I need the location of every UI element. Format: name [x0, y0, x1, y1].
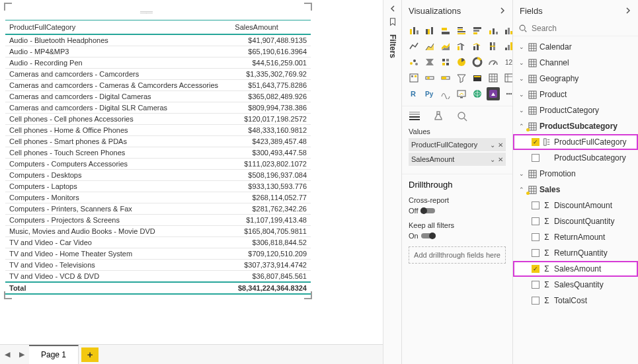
- field-returnamount[interactable]: ΣReturnAmount: [513, 229, 638, 245]
- viz-100-barh-icon[interactable]: [471, 24, 484, 37]
- table-productcategory[interactable]: ⌄ProductCategory: [513, 102, 638, 118]
- checkbox-icon[interactable]: [532, 154, 539, 162]
- table-visual[interactable]: ══ ProductFullCategory SalesAmount Audio…: [5, 4, 311, 298]
- table-row[interactable]: Music, Movies and Audio Books - Movie DV…: [5, 226, 311, 237]
- resize-handle-tr[interactable]: [304, 3, 312, 11]
- field-salesamount[interactable]: ✓ΣSalesAmount: [513, 261, 638, 277]
- table-row[interactable]: Audio - Recording Pen$44,516,259.001: [5, 57, 311, 69]
- table-row[interactable]: TV and Video - Car Video$306,818,844.52: [5, 237, 311, 248]
- resize-handle-bl[interactable]: [4, 291, 12, 299]
- viz-stacked-area-icon[interactable]: [439, 40, 452, 53]
- checkbox-icon[interactable]: [532, 281, 539, 289]
- table-row[interactable]: Audio - Bluetooth Headphones$41,907,488.…: [5, 34, 311, 46]
- table-row[interactable]: Audio - MP4&MP3$65,190,616.3964: [5, 46, 311, 57]
- drillthrough-dropzone[interactable]: Add drillthrough fields here: [409, 246, 506, 264]
- analytics-tab-icon[interactable]: [456, 110, 468, 122]
- viz-multi-card-icon[interactable]: [407, 71, 420, 85]
- viz-q-and-a-icon[interactable]: [455, 87, 468, 100]
- page-tab-1[interactable]: Page 1: [29, 345, 79, 364]
- bookmark-icon[interactable]: [388, 17, 397, 26]
- viz-ribbon-icon[interactable]: [487, 40, 500, 53]
- viz-clustered-column-icon[interactable]: [487, 24, 500, 37]
- collapse-icon[interactable]: ⌃: [518, 123, 525, 129]
- expand-icon[interactable]: ⌄: [518, 107, 525, 114]
- viz-stacked-bar-icon[interactable]: [407, 24, 420, 37]
- viz-py-visual-icon[interactable]: Py: [423, 87, 436, 100]
- collapse-viz-icon[interactable]: [499, 7, 506, 14]
- table-channel[interactable]: ⌄Channel: [513, 55, 638, 71]
- viz-slicer-icon[interactable]: [455, 71, 468, 85]
- checkbox-icon[interactable]: [532, 201, 539, 209]
- viz-table-visual-icon[interactable]: [487, 71, 500, 85]
- table-row[interactable]: Computers - Desktops$508,196,937.084: [5, 170, 311, 181]
- viz-r-visual-icon[interactable]: R: [407, 87, 420, 100]
- viz-stacked-barh-icon[interactable]: [439, 24, 452, 37]
- checkbox-icon[interactable]: [532, 297, 539, 305]
- table-row[interactable]: TV and Video - Home Theater System$709,1…: [5, 248, 311, 260]
- resize-handle-br[interactable]: [304, 291, 312, 299]
- resize-handle-tl[interactable]: [4, 3, 12, 11]
- field-discountamount[interactable]: ΣDiscountAmount: [513, 198, 638, 213]
- viz-table-icon[interactable]: [471, 71, 484, 85]
- format-tab-icon[interactable]: [432, 110, 444, 122]
- viz-funnel-icon[interactable]: [423, 55, 436, 69]
- well-item-salesamount[interactable]: SalesAmount ⌄✕: [409, 153, 506, 166]
- viz-scatter-icon[interactable]: [407, 55, 420, 69]
- table-row[interactable]: Cell phones - Smart phones & PDAs$423,38…: [5, 136, 311, 147]
- expand-icon[interactable]: ⌄: [518, 44, 525, 50]
- expand-icon[interactable]: ⌄: [518, 75, 525, 82]
- checkbox-icon[interactable]: [532, 249, 539, 257]
- add-page-button[interactable]: +: [81, 347, 99, 362]
- well-item-productfullcategory[interactable]: ProductFullCategory ⌄✕: [409, 138, 506, 151]
- search-input[interactable]: [532, 24, 633, 33]
- viz-area-icon[interactable]: [423, 40, 436, 53]
- viz-key-influencers-icon[interactable]: [439, 87, 452, 100]
- table-product[interactable]: ⌄Product: [513, 87, 638, 102]
- drag-grip-icon[interactable]: ══: [140, 7, 152, 17]
- table-row[interactable]: TV and Video - Televisions$307,373,914.4…: [5, 260, 311, 271]
- expand-filters-icon[interactable]: [389, 5, 396, 12]
- field-returnquantity[interactable]: ΣReturnQuantity: [513, 245, 638, 261]
- table-row[interactable]: Computers - Monitors$268,114,052.77: [5, 192, 311, 203]
- column-header-category[interactable]: ProductFullCategory: [5, 20, 231, 35]
- chevron-down-icon[interactable]: ⌄: [490, 141, 495, 149]
- viz-treemap-icon[interactable]: [439, 55, 452, 69]
- checkbox-icon[interactable]: [532, 217, 539, 225]
- table-row[interactable]: Computers - Printers, Scanners & Fax$281…: [5, 203, 311, 215]
- keep-filters-toggle[interactable]: On: [409, 232, 506, 240]
- checkbox-checked-icon[interactable]: ✓: [532, 265, 539, 273]
- column-header-amount[interactable]: SalesAmount: [231, 20, 311, 35]
- viz-donut-icon[interactable]: [471, 55, 484, 69]
- viz-arcgis-icon[interactable]: [471, 87, 484, 100]
- expand-icon[interactable]: ⌄: [518, 91, 525, 98]
- remove-field-icon[interactable]: ✕: [498, 156, 503, 163]
- fields-search[interactable]: [513, 21, 638, 36]
- field-productsubcategory[interactable]: ProductSubcategory: [513, 150, 638, 166]
- table-row[interactable]: Cell phones - Touch Screen Phones$300,49…: [5, 147, 311, 159]
- viz-line-column-icon[interactable]: [471, 40, 484, 53]
- table-row[interactable]: Computers - Computers Accessories$111,02…: [5, 159, 311, 170]
- table-productsubcategory[interactable]: ⌃ProductSubcategory: [513, 118, 638, 134]
- viz-line-bar-icon[interactable]: [455, 40, 468, 53]
- table-row[interactable]: Computers - Projectors & Screens$1,107,1…: [5, 215, 311, 226]
- viz-line-icon[interactable]: [407, 40, 420, 53]
- table-row[interactable]: TV and Video - VCD & DVD$36,807,845.561: [5, 271, 311, 283]
- fields-panel-header[interactable]: Fields: [513, 0, 638, 21]
- page-next-icon[interactable]: ▶: [15, 350, 29, 359]
- expand-icon[interactable]: ⌄: [518, 170, 525, 177]
- table-row[interactable]: Computers - Laptops$933,130,593.776: [5, 181, 311, 192]
- collapse-fields-icon[interactable]: [625, 7, 631, 14]
- viz-powerapps-icon[interactable]: [487, 87, 500, 100]
- cross-report-toggle[interactable]: Off: [409, 207, 506, 215]
- table-geography[interactable]: ⌄Geography: [513, 71, 638, 87]
- field-salesquantity[interactable]: ΣSalesQuantity: [513, 277, 638, 293]
- viz-kpi-icon[interactable]: [423, 71, 436, 85]
- table-row[interactable]: Cell phones - Home & Office Phones$48,33…: [5, 125, 311, 136]
- checkbox-icon[interactable]: [532, 233, 539, 241]
- fields-well-tab-icon[interactable]: [409, 110, 420, 122]
- remove-field-icon[interactable]: ✕: [498, 141, 503, 149]
- table-sales[interactable]: ⌃Sales: [513, 182, 638, 198]
- checkbox-checked-icon[interactable]: ✓: [532, 138, 539, 146]
- field-totalcost[interactable]: ΣTotalCost: [513, 293, 638, 309]
- viz-gauge-icon[interactable]: [487, 55, 500, 69]
